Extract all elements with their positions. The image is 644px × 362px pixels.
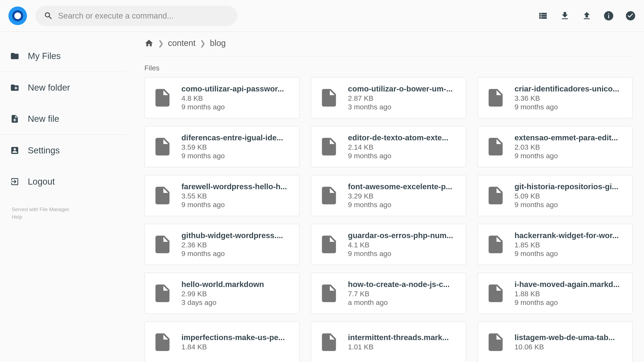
file-size: 4.1 KB [348,241,458,249]
file-size: 1.84 KB [182,343,292,351]
file-name: farewell-wordpress-hello-h... [182,182,292,191]
file-size: 1.01 KB [348,343,458,351]
sidebar-item-label: New folder [28,83,70,93]
file-icon [318,133,340,160]
sidebar-item-label: New file [28,114,59,124]
file-icon [152,133,173,160]
file-time: 9 months ago [514,152,625,160]
file-time: 9 months ago [182,152,292,160]
file-card[interactable]: criar-identificadores-unico... 3.36 KB 9… [478,77,633,118]
file-icon [485,84,506,111]
file-icon [318,280,340,307]
file-icon [485,231,506,258]
file-card[interactable]: i-have-moved-again.markd... 1.88 KB 9 mo… [478,273,633,314]
search-box[interactable] [35,6,238,26]
sidebar-item-my-files[interactable]: My Files [0,41,130,72]
logout-icon [10,177,19,186]
file-name: guardar-os-erros-php-num... [348,231,458,240]
file-card[interactable]: how-to-create-a-node-js-c... 7.7 KB a mo… [311,273,466,314]
file-card[interactable]: listagem-web-de-uma-tab... 10.06 KB [478,321,633,362]
file-time: 9 months ago [182,103,292,111]
app-logo [8,7,27,25]
file-name: como-utilizar-o-bower-um-... [348,85,458,93]
file-name: intermittent-threads.mark... [348,333,458,342]
sidebar-item-new-folder[interactable]: New folder [0,72,130,103]
chevron-right-icon: ❯ [158,39,164,47]
file-icon [318,84,340,111]
file-card[interactable]: guardar-os-erros-php-num... 4.1 KB 9 mon… [311,224,466,265]
file-size: 3.55 KB [182,192,292,200]
file-name: como-utilizar-api-passwor... [182,85,292,93]
file-icon [318,182,340,209]
file-time: 3 months ago [348,103,458,111]
help-link[interactable]: Help [12,213,119,221]
file-name: listagem-web-de-uma-tab... [514,333,625,342]
sidebar-item-settings[interactable]: Settings [0,135,130,166]
file-card[interactable]: como-utilizar-o-bower-um-... 2.87 KB 3 m… [311,77,466,118]
file-name: diferencas-entre-igual-ide... [182,133,292,142]
breadcrumb-item[interactable]: content [168,38,196,48]
file-card[interactable]: intermittent-threads.mark... 1.01 KB [311,321,466,362]
sidebar-item-logout[interactable]: Logout [0,166,130,197]
file-card[interactable]: diferencas-entre-igual-ide... 3.59 KB 9 … [144,126,300,167]
file-time: 9 months ago [348,201,458,209]
search-input[interactable] [58,11,229,21]
info-icon[interactable] [604,11,614,21]
sidebar-footer: Served with File Manager. Help [0,197,130,229]
file-card[interactable]: extensao-emmet-para-edit... 2.03 KB 9 mo… [478,126,633,167]
file-icon [152,280,173,307]
section-title: Files [144,64,633,72]
chevron-right-icon: ❯ [200,39,206,47]
file-size: 2.99 KB [182,290,292,298]
file-size: 1.88 KB [514,290,625,298]
file-icon [152,231,173,258]
file-time: 3 days ago [182,298,292,307]
file-size: 7.7 KB [348,290,458,298]
file-card[interactable]: como-utilizar-api-passwor... 4.8 KB 9 mo… [144,77,300,118]
file-card[interactable]: font-awesome-excelente-p... 3.29 KB 9 mo… [311,175,466,216]
file-card[interactable]: git-historia-repositorios-gi... 5.09 KB … [478,175,633,216]
header [0,0,644,32]
file-card[interactable]: imperfections-make-us-pe... 1.84 KB [144,321,300,362]
new-folder-icon [10,83,19,92]
file-name: criar-identificadores-unico... [514,85,625,93]
file-icon [485,329,506,356]
file-card[interactable]: github-widget-wordpress.... 2.36 KB 9 mo… [144,224,300,265]
header-actions [538,11,636,21]
file-size: 4.8 KB [182,94,292,102]
file-size: 2.36 KB [182,241,292,249]
file-time: 9 months ago [348,152,458,160]
download-icon[interactable] [560,11,570,21]
file-size: 2.03 KB [514,143,625,151]
sidebar-item-new-file[interactable]: New file [0,103,130,134]
file-time: 9 months ago [514,201,625,209]
view-list-icon[interactable] [538,11,548,21]
check-circle-icon[interactable] [626,11,636,21]
file-size: 3.29 KB [348,192,458,200]
file-name: extensao-emmet-para-edit... [514,133,625,142]
file-card[interactable]: hackerrank-widget-for-wor... 1.85 KB 9 m… [478,224,633,265]
sidebar-item-label: Logout [28,176,55,187]
file-grid: como-utilizar-api-passwor... 4.8 KB 9 mo… [144,77,633,362]
sidebar: My Files New folder New file Settings Lo… [0,32,130,362]
sidebar-item-label: My Files [28,51,60,61]
file-card[interactable]: editor-de-texto-atom-exte... 2.14 KB 9 m… [311,126,466,167]
home-icon[interactable] [144,39,154,48]
breadcrumb: ❯ content ❯ blog [144,38,633,57]
search-icon [44,11,53,21]
file-name: i-have-moved-again.markd... [514,280,625,289]
settings-icon [10,146,19,155]
svg-rect-5 [608,13,609,14]
file-name: github-widget-wordpress.... [182,231,292,240]
file-icon [485,280,506,307]
file-name: font-awesome-excelente-p... [348,182,458,191]
file-size: 1.85 KB [514,241,625,249]
file-card[interactable]: farewell-wordpress-hello-h... 3.55 KB 9 … [144,175,300,216]
upload-icon[interactable] [582,11,592,21]
file-card[interactable]: hello-world.markdown 2.99 KB 3 days ago [144,273,300,314]
sidebar-item-label: Settings [28,145,60,155]
file-time: 9 months ago [514,298,625,307]
file-name: how-to-create-a-node-js-c... [348,280,458,289]
breadcrumb-item[interactable]: blog [210,38,226,48]
file-time: 9 months ago [514,250,625,258]
